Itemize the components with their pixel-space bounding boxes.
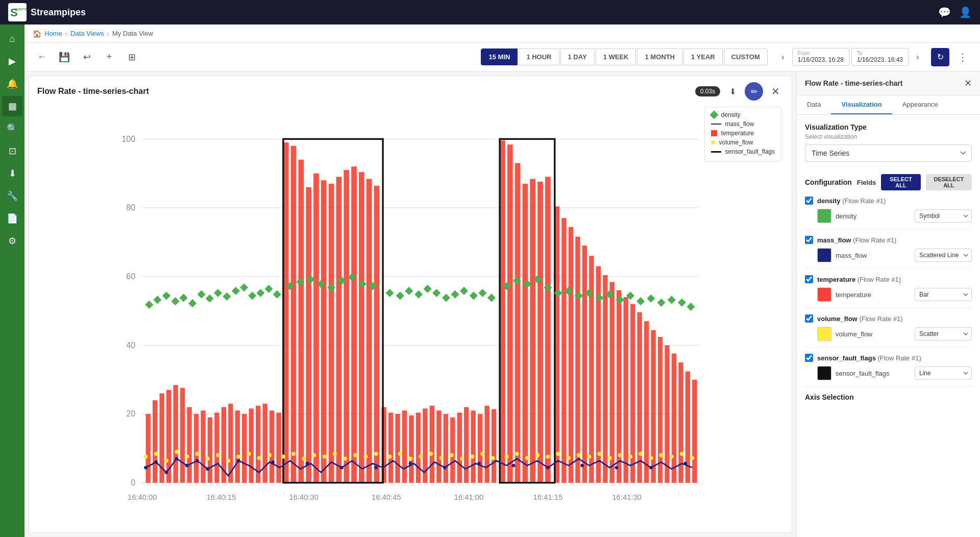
breadcrumb-home-link[interactable]: Home (44, 30, 62, 37)
chart-download-button[interactable]: ⬇ (724, 83, 741, 100)
svg-rect-38 (249, 408, 254, 482)
svg-marker-115 (248, 291, 256, 300)
svg-point-232 (683, 462, 687, 466)
sidebar-download-icon[interactable]: ⬇ (2, 163, 22, 184)
viz-type-select-volumeflow[interactable]: Symbol Line Bar Scatter Scattered Line (915, 327, 972, 340)
add-button[interactable]: + (100, 48, 118, 66)
grid-button[interactable]: ⊞ (122, 48, 141, 66)
svg-point-166 (216, 453, 220, 457)
account-icon[interactable]: 👤 (959, 6, 972, 18)
sidebar-bell-icon[interactable]: 🔔 (2, 74, 22, 94)
chat-icon[interactable]: 💬 (938, 6, 951, 18)
date-next-button[interactable]: › (911, 50, 925, 64)
back-button[interactable]: ← (33, 48, 51, 66)
svg-point-159 (143, 454, 148, 458)
app-name: Streampipes (31, 7, 86, 18)
viz-type-select-massflow[interactable]: Symbol Line Bar Scatter Scattered Line (915, 249, 972, 262)
svg-rect-84 (582, 246, 587, 483)
refresh-button[interactable]: ↻ (931, 48, 949, 66)
svg-point-204 (618, 453, 622, 457)
sidebar-widgets-icon[interactable]: ⊡ (2, 141, 22, 161)
sidebar-dashboard-icon[interactable]: ▦ (2, 96, 22, 116)
svg-text:16:41:00: 16:41:00 (454, 493, 484, 501)
field-checkbox-massflow[interactable] (805, 236, 813, 244)
svg-rect-41 (270, 410, 274, 482)
field-checkbox-volumeflow[interactable] (805, 314, 813, 323)
color-swatch-massflow[interactable] (817, 248, 831, 262)
sidebar-settings-icon[interactable]: ⚙ (2, 231, 22, 251)
save-button[interactable]: 💾 (55, 48, 74, 66)
field-config-volumeflow: volume_flow Symbol Line Bar Scatter Scat… (805, 327, 972, 341)
time-btn-1hour[interactable]: 1 HOUR (519, 48, 559, 65)
svg-marker-134 (442, 294, 450, 302)
sidebar-docs-icon[interactable]: 📄 (2, 208, 22, 229)
svg-point-193 (504, 454, 508, 458)
svg-marker-136 (460, 287, 468, 295)
field-checkbox-sensorflags[interactable] (805, 354, 813, 362)
svg-marker-105 (162, 291, 170, 300)
sidebar-home-icon[interactable]: ⌂ (2, 29, 22, 49)
svg-rect-23 (146, 414, 151, 483)
svg-rect-27 (173, 385, 178, 482)
field-checkbox-temperature[interactable] (805, 275, 813, 283)
color-swatch-volumeflow[interactable] (817, 327, 831, 341)
svg-marker-137 (470, 291, 478, 300)
svg-point-229 (580, 464, 584, 468)
sidebar-search-icon[interactable]: 🔍 (2, 118, 22, 139)
time-btn-1month[interactable]: 1 MONTH (637, 48, 682, 65)
svg-marker-154 (647, 295, 655, 303)
tab-visualization[interactable]: Visualization (831, 95, 892, 114)
svg-marker-106 (171, 297, 179, 305)
deselect-all-button[interactable]: DESELECT ALL (926, 174, 972, 190)
date-prev-button[interactable]: ‹ (776, 50, 790, 64)
viz-type-select-sensorflags[interactable]: Symbol Line Bar Scatter Scattered Line (915, 367, 972, 380)
right-panel: Flow Rate - time-series-chart ✕ Data Vis… (796, 71, 980, 537)
viz-type-select-temperature[interactable]: Symbol Line Bar Scatter Scattered Line (915, 288, 972, 301)
svg-rect-45 (298, 160, 304, 483)
panel-close-button[interactable]: ✕ (964, 78, 972, 89)
to-label: To (857, 51, 903, 56)
svg-rect-59 (402, 410, 407, 482)
svg-marker-132 (424, 285, 432, 293)
svg-point-169 (247, 452, 251, 456)
tab-appearance[interactable]: Appearance (892, 95, 948, 114)
viz-type-select[interactable]: Time Series Bar Chart Line Chart Scatter… (805, 144, 972, 162)
svg-rect-96 (665, 345, 669, 482)
svg-rect-57 (388, 412, 393, 482)
chart-close-button[interactable]: ✕ (767, 83, 783, 100)
breadcrumb-views-link[interactable]: Data Views (70, 30, 104, 37)
time-btn-1week[interactable]: 1 WEEK (596, 48, 636, 65)
svg-marker-156 (668, 296, 676, 304)
svg-marker-118 (273, 290, 281, 299)
svg-marker-108 (188, 299, 197, 307)
more-options-button[interactable]: ⋮ (953, 48, 972, 66)
viz-type-select-density[interactable]: Symbol Line Bar Scatter Scattered Line (915, 209, 972, 223)
viz-type-section: Visualization Type Select visualization … (805, 123, 972, 172)
time-btn-15min[interactable]: 15 MIN (481, 48, 518, 65)
breadcrumb-current: My Data View (112, 30, 153, 37)
time-btn-1year[interactable]: 1 YEAR (683, 48, 723, 65)
field-checkbox-density[interactable] (805, 197, 813, 205)
tab-data[interactable]: Data (797, 95, 831, 114)
svg-point-205 (628, 454, 632, 458)
svg-rect-79 (545, 177, 551, 482)
svg-rect-24 (153, 400, 157, 483)
svg-rect-90 (623, 297, 628, 483)
svg-rect-58 (395, 414, 400, 483)
legend-label-density: density (721, 111, 741, 118)
time-btn-1day[interactable]: 1 DAY (560, 48, 595, 65)
color-swatch-density[interactable] (817, 209, 831, 223)
select-all-button[interactable]: SELECT ALL (881, 174, 920, 190)
time-btn-custom[interactable]: CUSTOM (724, 48, 768, 65)
svg-text:16:40:45: 16:40:45 (372, 493, 401, 501)
sidebar-tools-icon[interactable]: 🔧 (2, 186, 22, 206)
svg-rect-32 (208, 418, 212, 483)
color-swatch-temperature[interactable] (817, 287, 831, 302)
color-swatch-sensorflags[interactable] (817, 366, 831, 380)
chart-edit-button[interactable]: ✏ (745, 82, 763, 101)
axis-section-title: Axis Selection (805, 393, 972, 401)
sidebar-play-icon[interactable]: ▶ (2, 51, 22, 71)
nav-right-icons: 💬 👤 (938, 6, 972, 18)
svg-point-177 (333, 452, 337, 456)
undo-button[interactable]: ↩ (78, 48, 96, 66)
